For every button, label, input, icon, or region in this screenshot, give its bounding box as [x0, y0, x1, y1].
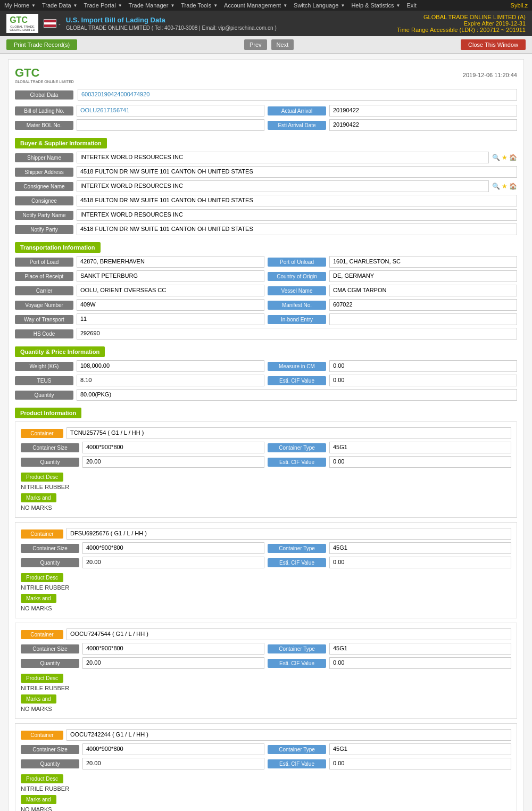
nav-tradetools[interactable]: Trade Tools ▼	[181, 2, 218, 9]
notify-party-label: Notify Party	[15, 225, 73, 234]
shipper-address-row: Shipper Address 4518 FULTON DR NW SUITE …	[15, 166, 517, 178]
esti-cif-group: Esti. CIF Value 0.00	[268, 375, 517, 386]
container-3-product-desc-btn[interactable]: Product Desc	[21, 674, 63, 683]
nav-tradeportal[interactable]: Trade Portal ▼	[84, 2, 122, 9]
container-4-value: OOCU7242244 ( G1 / L / HH )	[66, 729, 511, 741]
way-of-transport-group: Way of Transport 11	[15, 313, 264, 325]
nav-tradedata-arrow: ▼	[73, 3, 78, 8]
card-header: GTC GLOBAL TRADE ONLINE LIMITED 2019-12-…	[15, 66, 517, 84]
container-4-type-value: 45G1	[329, 743, 511, 755]
port-of-load-label: Port of Load	[15, 258, 73, 267]
esti-arrival-label: Esti Arrival Date	[268, 121, 326, 130]
shipper-search-icon[interactable]: 🔍	[492, 154, 500, 161]
teus-group: TEUS 8.10	[15, 375, 264, 386]
container-2-cif-group: Esti. CIF Value 0.00	[268, 557, 511, 568]
shipper-star-icon[interactable]: ★	[502, 154, 508, 161]
container-1-marks-btn[interactable]: Marks and	[21, 493, 56, 502]
container-3-cif-value: 0.00	[329, 657, 511, 669]
container-3-qty-group: Quantity 20.00	[21, 657, 264, 669]
consignee-name-value: INTERTEX WORLD RESOURCES INC	[77, 180, 489, 192]
container-2-qty-group: Quantity 20.00	[21, 557, 264, 568]
main-content: GTC GLOBAL TRADE ONLINE LIMITED 2019-12-…	[0, 54, 532, 811]
container-2-product-text: NITRILE RUBBER	[21, 583, 511, 592]
flag-box: -	[44, 19, 61, 28]
inbond-entry-label: In-bond Entry	[268, 315, 326, 324]
container-2-product-desc-btn[interactable]: Product Desc	[21, 573, 63, 582]
header-left: GTC GLOBAL TRADEONLINE LIMITED - U.S. Im…	[6, 14, 277, 33]
container-1-value: TCNU257754 ( G1 / L / HH )	[66, 427, 511, 439]
shipper-address-value: 4518 FULTON DR NW SUITE 101 CANTON OH UN…	[77, 166, 517, 178]
container-4-size-value: 4000*900*800	[82, 743, 264, 755]
nav-trademanager[interactable]: Trade Manager ▼	[129, 2, 175, 9]
shipper-home-icon[interactable]: 🏠	[509, 154, 517, 161]
port-of-unload-group: Port of Unload 1601, CHARLESTON, SC	[268, 256, 517, 268]
nav-tradetools-arrow: ▼	[213, 3, 218, 8]
global-data-value: 600320190424000474920	[78, 89, 517, 101]
bol-row: Bill of Lading No. OOLU2617156741 Actual…	[15, 105, 517, 117]
nav-myhome[interactable]: My Home ▼	[4, 2, 36, 9]
weight-kg-label: Weight (KG)	[15, 362, 73, 371]
container-3-size-group: Container Size 4000*900*800	[21, 643, 264, 655]
esti-arrival-group: Esti Arrival Date 20190422	[268, 119, 517, 131]
container-1-cif-group: Esti. CIF Value 0.00	[268, 456, 511, 468]
voyage-number-label: Voyage Number	[15, 301, 73, 310]
teus-cif-row: TEUS 8.10 Esti. CIF Value 0.00	[15, 375, 517, 386]
nav-switchlanguage[interactable]: Switch Language ▼	[294, 2, 345, 9]
container-2-marks-btn[interactable]: Marks and	[21, 594, 56, 603]
consignee-star-icon[interactable]: ★	[502, 183, 508, 190]
consignee-home-icon[interactable]: 🏠	[509, 183, 517, 190]
prev-button[interactable]: Prev	[244, 39, 267, 50]
port-of-load-group: Port of Load 42870, BREMERHAVEN	[15, 256, 264, 268]
container-4-type-label: Container Type	[268, 745, 326, 754]
container-4-qty-value: 20.00	[82, 758, 264, 769]
shipper-name-value: INTERTEX WORLD RESOURCES INC	[77, 152, 489, 163]
container-1-type-label: Container Type	[268, 443, 326, 452]
nav-trademanager-arrow: ▼	[170, 3, 174, 8]
inbond-entry-value	[329, 313, 517, 325]
container-4-size-group: Container Size 4000*900*800	[21, 743, 264, 755]
logo-gtc: GTC	[10, 15, 35, 25]
shipper-icons: 🔍 ★ 🏠	[492, 154, 517, 161]
close-button[interactable]: Close This Window	[461, 39, 526, 50]
account-name: GLOBAL TRADE ONLINE LIMITED (A)	[397, 14, 526, 20]
container-3-marks-text: NO MARKS	[21, 705, 511, 713]
consignee-search-icon[interactable]: 🔍	[492, 183, 500, 190]
nav-accountmanagement-arrow: ▼	[283, 3, 287, 8]
container-1-size-group: Container Size 4000*900*800	[21, 442, 264, 453]
nav-accountmanagement[interactable]: Account Management ▼	[224, 2, 287, 9]
container-1-qty-value: 20.00	[82, 456, 264, 468]
product-card-3: Container OOCU7247544 ( G1 / L / HH ) Co…	[15, 623, 517, 719]
product-info-header: Product Information	[15, 408, 81, 418]
us-flag-icon	[44, 19, 56, 28]
container-3-size-value: 4000*900*800	[82, 643, 264, 655]
container-4-product-desc-btn[interactable]: Product Desc	[21, 774, 63, 783]
container-2-label: Container	[21, 529, 63, 539]
container-4-marks-btn[interactable]: Marks and	[21, 795, 56, 804]
container-4-marks-text: NO MARKS	[21, 805, 511, 811]
next-button[interactable]: Next	[271, 39, 294, 50]
nav-exit[interactable]: Exit	[406, 2, 416, 9]
container-1-size-label: Container Size	[21, 443, 79, 452]
transport-inbond-row: Way of Transport 11 In-bond Entry	[15, 313, 517, 325]
nav-helpstatistics[interactable]: Help & Statistics ▼	[351, 2, 400, 9]
container-1-qty-group: Quantity 20.00	[21, 456, 264, 468]
product-card-4: Container OOCU7242244 ( G1 / L / HH ) Co…	[15, 723, 517, 811]
container-4-row: Container OOCU7242244 ( G1 / L / HH )	[21, 729, 511, 741]
container-2-size-group: Container Size 4000*900*800	[21, 542, 264, 554]
container-1-size-type-row: Container Size 4000*900*800 Container Ty…	[21, 442, 511, 453]
notify-party-row: Notify Party 4518 FULTON DR NW SUITE 101…	[15, 224, 517, 235]
container-3-type-value: 45G1	[329, 643, 511, 655]
nav-user: Sybil.z	[511, 2, 528, 9]
container-1-qty-cif-row: Quantity 20.00 Esti. CIF Value 0.00	[21, 456, 511, 468]
container-3-marks-btn[interactable]: Marks and	[21, 694, 56, 704]
weight-kg-value: 108,000.00	[77, 360, 264, 372]
container-1-product-desc-btn[interactable]: Product Desc	[21, 473, 63, 482]
print-button[interactable]: Print Trade Record(s)	[6, 39, 77, 50]
product-card-2: Container DFSU6925676 ( G1 / L / HH ) Co…	[15, 522, 517, 618]
pagination-buttons: Prev Next	[243, 39, 295, 50]
container-2-type-group: Container Type 45G1	[268, 542, 511, 554]
voyage-number-group: Voyage Number 409W	[15, 299, 264, 311]
nav-tradedata[interactable]: Trade Data ▼	[42, 2, 78, 9]
card-datetime: 2019-12-06 11:20:44	[463, 72, 517, 78]
hs-code-value: 292690	[77, 328, 517, 340]
